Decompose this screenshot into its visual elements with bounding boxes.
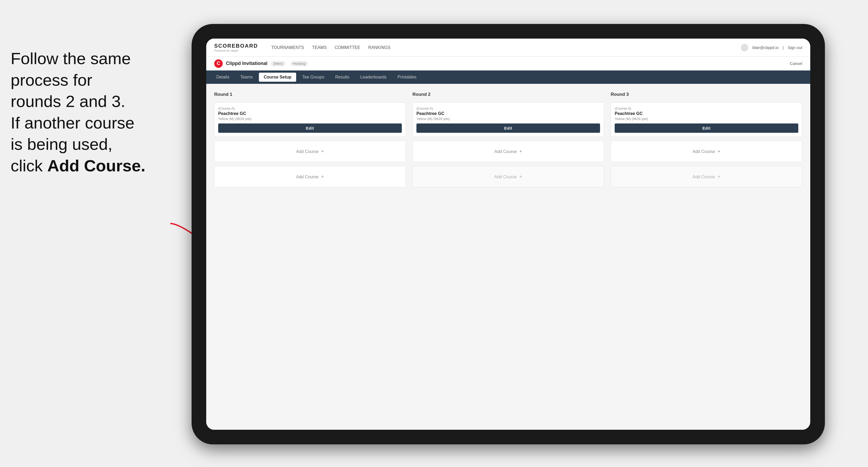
- round-3-add-plus-1: +: [718, 149, 721, 154]
- tab-printables[interactable]: Printables: [393, 73, 421, 82]
- round-2-label: Round 2: [412, 92, 604, 97]
- round-2-course-card: (Course A) Peachtree GC Yellow (M) (6629…: [412, 102, 604, 137]
- round-3-add-course-2-label: Add Course +: [693, 174, 720, 180]
- round-3-edit-button[interactable]: Edit: [615, 123, 798, 133]
- round-2-add-course-2: Add Course +: [412, 166, 604, 187]
- instruction-bold: Add Course.: [48, 156, 146, 175]
- tab-results[interactable]: Results: [331, 73, 354, 82]
- tab-tee-groups[interactable]: Tee Groups: [298, 73, 329, 82]
- instruction-panel: Follow the same process for rounds 2 and…: [0, 42, 186, 182]
- round-2-column: Round 2 (Course A) Peachtree GC Yellow (…: [412, 92, 604, 187]
- round-2-add-plus-2: +: [519, 174, 522, 179]
- tab-teams[interactable]: Teams: [236, 73, 257, 82]
- round-1-add-plus-1: +: [321, 149, 324, 154]
- nav-right: blair@clippd.io | Sign out: [741, 44, 802, 51]
- clippd-logo: C: [214, 59, 223, 68]
- tablet-frame: SCOREBOARD Powered by clippd TOURNAMENTS…: [192, 24, 825, 444]
- round-3-add-plus-2: +: [718, 174, 721, 179]
- round-1-course-name: Peachtree GC: [218, 111, 402, 116]
- round-2-add-course-2-label: Add Course +: [494, 174, 522, 180]
- sub-header-left: C Clippd Invitational (Men) Hosting: [214, 59, 308, 68]
- rounds-grid: Round 1 (Course A) Peachtree GC Yellow (…: [214, 92, 802, 187]
- nav-teams[interactable]: TEAMS: [312, 44, 327, 51]
- scoreboard-logo: SCOREBOARD Powered by clippd: [214, 43, 258, 52]
- round-2-edit-button[interactable]: Edit: [416, 123, 600, 133]
- tab-course-setup[interactable]: Course Setup: [259, 73, 296, 82]
- nav-links: TOURNAMENTS TEAMS COMMITTEE RANKINGS: [271, 44, 390, 51]
- round-1-add-course-1-label: Add Course +: [296, 149, 324, 154]
- round-1-course-details: Yellow (M) (6629 yds): [218, 117, 402, 121]
- round-1-add-course-2-label: Add Course +: [296, 174, 324, 180]
- nav-tournaments[interactable]: TOURNAMENTS: [271, 44, 304, 51]
- nav-rankings[interactable]: RANKINGS: [368, 44, 391, 51]
- round-3-course-label: (Course A): [615, 106, 798, 111]
- sign-out-link[interactable]: Sign out: [788, 45, 802, 50]
- tournament-gender: (Men): [271, 61, 286, 66]
- round-2-course-name: Peachtree GC: [416, 111, 600, 116]
- tablet-screen: SCOREBOARD Powered by clippd TOURNAMENTS…: [206, 39, 810, 430]
- round-1-course-label: (Course A): [218, 106, 402, 111]
- round-1-column: Round 1 (Course A) Peachtree GC Yellow (…: [214, 92, 406, 187]
- round-2-course-label: (Course A): [416, 106, 600, 111]
- cancel-button[interactable]: Cancel: [790, 61, 802, 66]
- logo-subtitle: Powered by clippd: [214, 49, 258, 52]
- round-1-edit-button[interactable]: Edit: [218, 123, 402, 133]
- logo-letter: C: [217, 61, 220, 66]
- tournament-name: Clippd Invitational: [226, 61, 268, 66]
- user-email: blair@clippd.io: [752, 45, 779, 50]
- round-3-add-course-2: Add Course +: [611, 166, 802, 187]
- hosting-badge: Hosting: [290, 61, 308, 66]
- logo-title: SCOREBOARD: [214, 43, 258, 49]
- round-2-add-course-1-label: Add Course +: [494, 149, 522, 154]
- round-1-add-course-2[interactable]: Add Course +: [214, 166, 406, 187]
- round-3-add-course-1-label: Add Course +: [693, 149, 720, 154]
- round-2-add-course-1[interactable]: Add Course +: [412, 141, 604, 162]
- round-1-add-plus-2: +: [321, 174, 324, 179]
- round-3-column: Round 3 (Course A) Peachtree GC Yellow (…: [611, 92, 802, 187]
- user-avatar: [741, 44, 748, 51]
- main-content: Round 1 (Course A) Peachtree GC Yellow (…: [206, 84, 810, 430]
- round-2-add-plus-1: +: [519, 149, 522, 154]
- sub-header: C Clippd Invitational (Men) Hosting Canc…: [206, 57, 810, 70]
- top-nav: SCOREBOARD Powered by clippd TOURNAMENTS…: [206, 39, 810, 57]
- round-2-course-details: Yellow (M) (6629 yds): [416, 117, 600, 121]
- round-3-add-course-1[interactable]: Add Course +: [611, 141, 802, 162]
- round-3-course-card: (Course A) Peachtree GC Yellow (M) (6629…: [611, 102, 802, 137]
- nav-left: SCOREBOARD Powered by clippd TOURNAMENTS…: [214, 43, 390, 52]
- round-3-label: Round 3: [611, 92, 802, 97]
- round-1-label: Round 1: [214, 92, 406, 97]
- nav-committee[interactable]: COMMITTEE: [335, 44, 360, 51]
- tabs-bar: Details Teams Course Setup Tee Groups Re…: [206, 70, 810, 84]
- round-1-course-card: (Course A) Peachtree GC Yellow (M) (6629…: [214, 102, 406, 137]
- instruction-text: Follow the same process for rounds 2 and…: [11, 49, 145, 175]
- round-3-course-name: Peachtree GC: [615, 111, 798, 116]
- nav-separator: |: [783, 45, 784, 50]
- round-3-course-details: Yellow (M) (6629 yds): [615, 117, 798, 121]
- round-1-add-course-1[interactable]: Add Course +: [214, 141, 406, 162]
- tab-details[interactable]: Details: [212, 73, 234, 82]
- tab-leaderboards[interactable]: Leaderboards: [355, 73, 392, 82]
